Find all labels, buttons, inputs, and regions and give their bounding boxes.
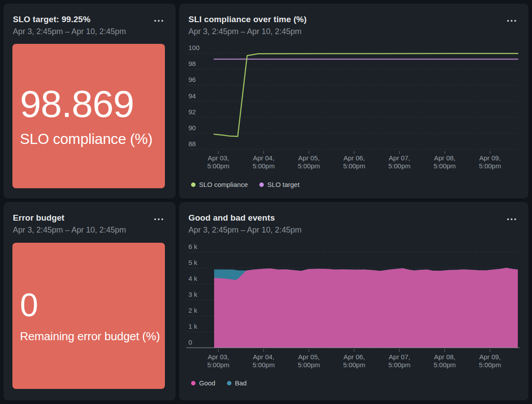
- x-axis-tick-label: Apr 09,5:00pm: [479, 353, 501, 369]
- chart-legend: SLO complianceSLO target: [191, 181, 300, 188]
- x-axis-tick-label: Apr 07,5:00pm: [388, 154, 411, 170]
- legend-dot-icon: [191, 381, 196, 385]
- ellipsis-icon: [154, 19, 164, 22]
- ellipsis-icon: [154, 218, 164, 221]
- y-axis-tick-label: 4 k: [188, 275, 198, 282]
- y-axis-tick-label: 2 k: [188, 307, 198, 314]
- y-axis-tick-label: 90: [188, 124, 196, 132]
- x-axis-tick-label: Apr 05,5:00pm: [298, 353, 320, 369]
- legend-item-bad[interactable]: Bad: [227, 379, 247, 387]
- y-axis-tick-label: 0: [188, 338, 192, 346]
- y-axis-tick-label: 94: [188, 92, 196, 100]
- legend-item-good[interactable]: Good: [191, 379, 215, 387]
- panel-title: SLO target: 99.25%: [13, 15, 149, 24]
- panel-error-budget: Error budget Apr 3, 2:45pm – Apr 10, 2:4…: [4, 202, 176, 400]
- legend-item-slo-target[interactable]: SLO target: [259, 181, 300, 188]
- legend-label: SLO compliance: [199, 181, 248, 188]
- x-axis-tick-label: Apr 05,5:00pm: [298, 154, 320, 170]
- panel-time-range: Apr 3, 2:45pm – Apr 10, 2:45pm: [13, 27, 149, 36]
- y-axis-tick-label: 98: [188, 60, 196, 67]
- x-axis-tick-label: Apr 04,5:00pm: [253, 353, 275, 369]
- legend-dot-icon: [191, 183, 196, 187]
- error-budget-status-card: 0 Remaining error budget (%): [12, 243, 165, 389]
- y-axis-tick-label: 5 k: [188, 259, 198, 266]
- legend-item-slo-compliance[interactable]: SLO compliance: [191, 181, 248, 188]
- area-series-good: [214, 268, 518, 348]
- panel-title: Error budget: [13, 213, 149, 223]
- x-axis-tick-label: Apr 07,5:00pm: [388, 353, 411, 369]
- legend-label: SLO target: [267, 181, 300, 188]
- panel-header: SLO target: 99.25% Apr 3, 2:45pm – Apr 1…: [13, 15, 149, 36]
- good-bad-events-chart[interactable]: 6 k5 k4 k3 k2 k1 k0Apr 03,5:00pmApr 04,5…: [179, 202, 528, 400]
- legend-dot-icon: [227, 381, 231, 385]
- x-axis-tick-label: Apr 03,5:00pm: [207, 154, 230, 170]
- x-axis-tick-label: Apr 08,5:00pm: [434, 353, 456, 369]
- panel-time-range: Apr 3, 2:45pm – Apr 10, 2:45pm: [13, 225, 149, 235]
- y-axis-tick-label: 3 k: [188, 291, 198, 298]
- legend-label: Bad: [235, 379, 247, 387]
- slo-dashboard: SLO target: 99.25% Apr 3, 2:45pm – Apr 1…: [0, 0, 532, 404]
- y-axis-tick-label: 92: [188, 108, 196, 116]
- error-budget-label: Remaining error budget (%): [20, 330, 165, 343]
- y-axis-tick-label: 100: [188, 44, 200, 51]
- y-axis-tick-label: 96: [188, 76, 196, 83]
- legend-dot-icon: [259, 183, 264, 187]
- y-axis-tick-label: 1 k: [188, 322, 198, 330]
- panel-menu-button[interactable]: [153, 215, 165, 223]
- panel-sli-compliance: SLI compliance over time (%) Apr 3, 2:45…: [179, 4, 528, 198]
- panel-header: Error budget Apr 3, 2:45pm – Apr 10, 2:4…: [13, 213, 149, 235]
- y-axis-tick-label: 88: [188, 140, 196, 148]
- legend-label: Good: [199, 379, 215, 387]
- panel-good-bad-events: Good and bad events Apr 3, 2:45pm – Apr …: [179, 202, 528, 400]
- error-budget-value: 0: [20, 288, 165, 322]
- chart-legend: GoodBad: [191, 379, 246, 387]
- line-series-slo-compliance: [214, 54, 518, 136]
- slo-compliance-status-card: 98.869 SLO compliance (%): [12, 44, 165, 188]
- x-axis-tick-label: Apr 08,5:00pm: [434, 154, 456, 170]
- x-axis-tick-label: Apr 06,5:00pm: [343, 154, 365, 170]
- slo-compliance-value: 98.869: [20, 85, 165, 124]
- x-axis-tick-label: Apr 06,5:00pm: [343, 353, 365, 369]
- panel-slo-target: SLO target: 99.25% Apr 3, 2:45pm – Apr 1…: [4, 4, 176, 198]
- slo-compliance-label: SLO compliance (%): [20, 131, 165, 148]
- x-axis-tick-label: Apr 04,5:00pm: [253, 154, 275, 170]
- x-axis-tick-label: Apr 03,5:00pm: [207, 353, 230, 369]
- panel-menu-button[interactable]: [153, 17, 165, 25]
- y-axis-tick-label: 6 k: [188, 243, 198, 250]
- sli-compliance-chart[interactable]: 100989694929088Apr 03,5:00pmApr 04,5:00p…: [179, 4, 528, 198]
- x-axis-tick-label: Apr 09,5:00pm: [479, 154, 501, 170]
